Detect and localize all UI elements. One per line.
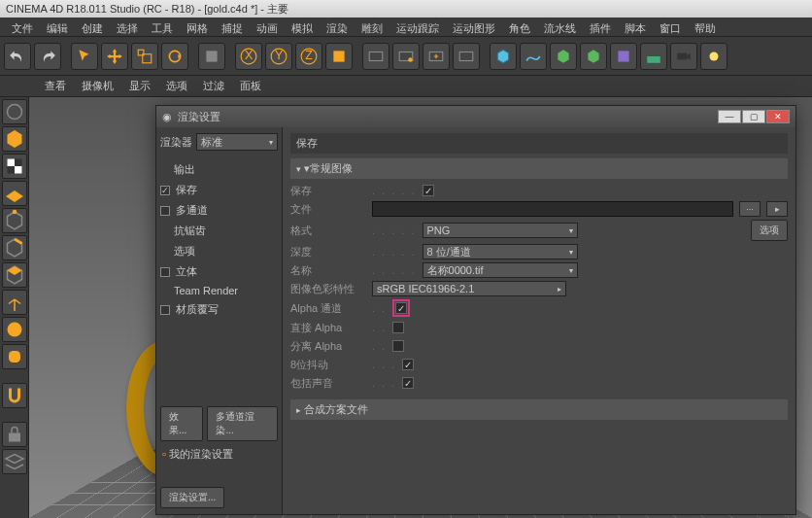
tree-antialias[interactable]: 抗锯齿 — [160, 222, 278, 240]
menu-tools[interactable]: 工具 — [146, 19, 179, 34]
save-checkbox-field[interactable] — [423, 185, 434, 196]
format-options-button[interactable]: 选项 — [751, 220, 788, 241]
camera-button[interactable] — [670, 43, 697, 70]
menu-plugins[interactable]: 插件 — [584, 19, 617, 34]
make-editable-button[interactable] — [2, 99, 27, 124]
render-pv-button[interactable] — [392, 43, 420, 70]
effects-button[interactable]: 效果... — [160, 406, 203, 441]
tree-multipass[interactable]: 多通道 — [160, 201, 278, 220]
render-settings-button[interactable] — [423, 43, 450, 70]
menu-render[interactable]: 渲染 — [321, 19, 354, 34]
light-button[interactable] — [700, 43, 727, 70]
regular-image-collapse[interactable]: ▾常规图像 — [290, 158, 788, 179]
maximize-button[interactable]: ▢ — [742, 110, 765, 123]
camera-menu[interactable]: 摄像机 — [76, 77, 119, 95]
menu-simulate[interactable]: 模拟 — [286, 19, 319, 34]
texture-mode-button[interactable] — [2, 154, 27, 179]
dither-checkbox[interactable] — [402, 359, 414, 370]
polygon-mode-button[interactable] — [2, 262, 27, 288]
move-tool[interactable] — [101, 43, 128, 70]
panel-menu[interactable]: 面板 — [234, 77, 267, 95]
renderer-dropdown[interactable]: 标准▾ — [196, 133, 278, 151]
coord-system-button[interactable] — [325, 43, 353, 70]
deformer-button[interactable] — [610, 43, 637, 70]
menu-mograph[interactable]: 运动图形 — [447, 19, 501, 34]
matover-checkbox[interactable] — [160, 305, 170, 315]
undo-button[interactable] — [4, 43, 31, 70]
rotate-tool[interactable] — [161, 43, 188, 70]
minimize-button[interactable]: — — [718, 110, 741, 123]
file-arrow-button[interactable]: ▸ — [766, 201, 788, 217]
close-button[interactable]: ✕ — [766, 110, 790, 123]
dialog-titlebar[interactable]: ◉ 渲染设置 — ▢ ✕ — [156, 106, 795, 127]
depth-dropdown[interactable]: 8 位/通道▾ — [423, 244, 578, 259]
axis-x-button[interactable]: X — [235, 43, 262, 70]
edge-mode-button[interactable] — [2, 235, 27, 260]
point-mode-button[interactable] — [2, 208, 27, 233]
nurbs-button[interactable] — [550, 43, 577, 70]
menu-create[interactable]: 创建 — [76, 19, 109, 34]
file-input[interactable] — [372, 201, 733, 217]
recent-tool[interactable] — [198, 43, 225, 70]
menu-help[interactable]: 帮助 — [689, 19, 722, 34]
axis-z-button[interactable]: Z — [295, 43, 322, 70]
my-render-settings-link[interactable]: ▫ 我的渲染设置 — [160, 443, 278, 466]
menu-file[interactable]: 文件 — [6, 19, 39, 34]
menu-animate[interactable]: 动画 — [251, 19, 284, 34]
format-dropdown[interactable]: PNG▾ — [423, 223, 578, 238]
menu-character[interactable]: 角色 — [503, 19, 536, 34]
file-browse-button[interactable]: ··· — [739, 201, 761, 217]
cube-primitive-button[interactable] — [490, 43, 517, 70]
snap-button[interactable] — [2, 383, 27, 408]
sound-checkbox[interactable] — [402, 377, 414, 389]
menu-script[interactable]: 脚本 — [619, 19, 652, 34]
stereo-checkbox[interactable] — [160, 267, 170, 277]
multipass-checkbox[interactable] — [160, 206, 170, 216]
workplane-button[interactable] — [2, 181, 27, 206]
tree-options[interactable]: 选项 — [160, 242, 278, 260]
menu-pipeline[interactable]: 流水线 — [538, 19, 582, 34]
model-mode-button[interactable] — [2, 126, 27, 152]
axis-button[interactable] — [2, 290, 27, 315]
locked-button[interactable] — [2, 422, 27, 447]
options-menu[interactable]: 选项 — [160, 77, 193, 95]
menu-window[interactable]: 窗口 — [654, 19, 687, 34]
redo-button[interactable] — [34, 43, 61, 70]
svg-text:X: X — [245, 49, 253, 62]
tree-output[interactable]: 输出 — [160, 160, 278, 179]
filter-menu[interactable]: 过滤 — [197, 77, 230, 95]
render-view-button[interactable] — [362, 43, 389, 70]
menu-tracking[interactable]: 运动跟踪 — [390, 19, 445, 34]
view-menu[interactable]: 查看 — [39, 77, 72, 95]
display-menu[interactable]: 显示 — [123, 77, 156, 95]
tree-stereo[interactable]: 立体 — [160, 262, 278, 281]
viewport-soft-button[interactable] — [2, 344, 27, 369]
compositing-collapse[interactable]: 合成方案文件 — [290, 399, 788, 420]
environment-button[interactable] — [640, 43, 667, 70]
menu-edit[interactable]: 编辑 — [41, 19, 74, 34]
menu-sculpt[interactable]: 雕刻 — [355, 19, 389, 34]
tree-teamrender[interactable]: Team Render — [160, 283, 278, 298]
straight-alpha-checkbox[interactable] — [392, 322, 404, 333]
profile-dropdown[interactable]: sRGB IEC61966-2.1▸ — [372, 281, 566, 296]
tree-matoverride[interactable]: 材质覆写 — [160, 300, 278, 319]
window-titlebar: CINEMA 4D R18.011 Studio (RC - R18) - [g… — [0, 0, 812, 17]
save-checkbox[interactable] — [160, 186, 170, 195]
render-settings-footer-button[interactable]: 渲染设置... — [160, 487, 224, 508]
multipass-render-button[interactable]: 多通道渲染... — [207, 406, 278, 441]
layer-button[interactable] — [2, 449, 27, 474]
tree-save[interactable]: 保存 — [160, 181, 278, 199]
menu-select[interactable]: 选择 — [111, 19, 144, 34]
alpha-checkbox[interactable] — [395, 302, 407, 314]
scale-tool[interactable] — [131, 43, 158, 70]
select-tool[interactable] — [71, 43, 98, 70]
separate-alpha-checkbox[interactable] — [392, 340, 404, 352]
name-dropdown[interactable]: 名称0000.tif▾ — [423, 262, 578, 278]
generator-button[interactable] — [580, 43, 607, 70]
menu-mesh[interactable]: 网格 — [181, 19, 214, 34]
axis-y-button[interactable]: Y — [265, 43, 292, 70]
spline-button[interactable] — [520, 43, 547, 70]
render-queue-button[interactable] — [453, 43, 480, 70]
menu-snap[interactable]: 捕捉 — [216, 19, 249, 34]
viewport-solo-button[interactable] — [2, 317, 27, 342]
